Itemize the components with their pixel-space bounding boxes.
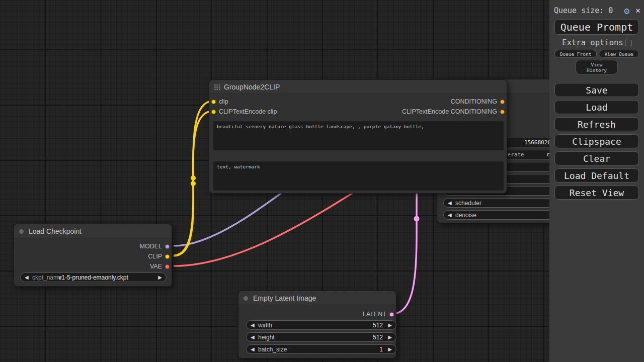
node-title: Empty Latent Image bbox=[253, 294, 316, 302]
ckpt-name-value: v1-5-pruned-emaonly.ckpt bbox=[21, 274, 166, 281]
increment-icon[interactable]: ▶ bbox=[158, 275, 162, 280]
view-queue-button[interactable]: View Queue bbox=[599, 50, 639, 58]
node-title: GroupNode2CLIP bbox=[224, 83, 280, 91]
queue-status-row: Queue size: 0 ⚙ ✕ bbox=[554, 6, 640, 16]
comfy-menu: Queue size: 0 ⚙ ✕ Queue Prompt Extra opt… bbox=[549, 0, 644, 362]
extra-options-label: Extra options bbox=[562, 38, 623, 47]
input-label-clip: clip bbox=[219, 98, 228, 105]
save-button[interactable]: Save bbox=[554, 83, 639, 97]
grip-icon[interactable] bbox=[214, 84, 220, 90]
input-port-cliptextencode-clip[interactable] bbox=[211, 110, 216, 114]
width-label: width bbox=[258, 322, 272, 329]
clear-button[interactable]: Clear bbox=[554, 151, 639, 165]
output-label-latent: LATENT bbox=[363, 311, 386, 318]
node-group-clip[interactable]: GroupNode2CLIP clip CLIPTextEncode clip … bbox=[209, 79, 507, 194]
negative-prompt-textarea[interactable]: text, watermark bbox=[213, 161, 504, 191]
load-button[interactable]: Load bbox=[554, 100, 639, 114]
height-label: height bbox=[258, 334, 275, 341]
node-empty-latent-header[interactable]: Empty Latent Image bbox=[238, 291, 396, 305]
height-widget[interactable]: ◀ height 512 ▶ bbox=[246, 332, 396, 342]
width-value: 512 bbox=[373, 322, 383, 329]
output-label-clip: CLIP bbox=[148, 253, 162, 260]
collapse-dot-icon[interactable] bbox=[244, 296, 248, 301]
batch-size-label: batch_size bbox=[258, 346, 287, 353]
output-port-model[interactable] bbox=[165, 244, 170, 249]
batch-size-value: 1 bbox=[379, 346, 383, 353]
ckpt-name-widget[interactable]: ◀ ckpt_name v1-5-pruned-emaonly.ckpt ▶ bbox=[20, 273, 167, 282]
settings-gear-icon[interactable]: ⚙ bbox=[624, 6, 629, 16]
increment-icon[interactable]: ▶ bbox=[388, 334, 392, 340]
output-port-latent[interactable] bbox=[389, 312, 394, 317]
height-value: 512 bbox=[373, 334, 383, 341]
output-port-conditioning[interactable] bbox=[500, 100, 505, 104]
denoise-label: denoise bbox=[455, 212, 476, 219]
increment-icon[interactable]: ▶ bbox=[388, 346, 392, 352]
decrement-icon[interactable]: ◀ bbox=[251, 334, 255, 340]
increment-icon[interactable]: ▶ bbox=[388, 322, 392, 328]
reset-view-button[interactable]: Reset View bbox=[554, 186, 639, 200]
node-graph-canvas[interactable]: 1566802087 control_after_generate random… bbox=[0, 0, 644, 362]
extra-options-checkbox[interactable] bbox=[625, 40, 631, 46]
node-group-clip-header[interactable]: GroupNode2CLIP bbox=[209, 80, 507, 94]
output-label-cliptextencode-conditioning: CLIPTextEncode CONDITIONING bbox=[402, 108, 497, 115]
extra-options-row: Extra options bbox=[549, 38, 644, 47]
node-load-checkpoint[interactable]: Load Checkpoint MODEL CLIP VAE ◀ ckpt_na… bbox=[14, 224, 172, 287]
queue-size-label: Queue size: 0 bbox=[554, 6, 624, 15]
queue-front-button[interactable]: Queue Front bbox=[554, 50, 597, 58]
decrement-icon[interactable]: ◀ bbox=[448, 200, 452, 206]
load-default-button[interactable]: Load Default bbox=[554, 168, 639, 183]
decrement-icon[interactable]: ◀ bbox=[251, 346, 255, 352]
width-widget[interactable]: ◀ width 512 ▶ bbox=[246, 320, 396, 330]
wire-clip-2-handle[interactable] bbox=[191, 181, 196, 186]
input-label-cliptextencode-clip: CLIPTextEncode clip bbox=[219, 108, 277, 115]
node-empty-latent[interactable]: Empty Latent Image LATENT ◀ width 512 ▶ … bbox=[238, 291, 396, 358]
collapse-dot-icon[interactable] bbox=[19, 229, 24, 234]
close-icon[interactable]: ✕ bbox=[635, 7, 640, 15]
decrement-icon[interactable]: ◀ bbox=[448, 212, 452, 218]
node-load-checkpoint-header[interactable]: Load Checkpoint bbox=[14, 224, 172, 238]
decrement-icon[interactable]: ◀ bbox=[251, 322, 255, 328]
refresh-button[interactable]: Refresh bbox=[554, 117, 639, 131]
output-port-clip[interactable] bbox=[165, 254, 170, 259]
input-port-clip[interactable] bbox=[211, 100, 216, 104]
node-title: Load Checkpoint bbox=[29, 227, 82, 235]
output-label-conditioning: CONDITIONING bbox=[451, 98, 497, 105]
wire-latent-handle[interactable] bbox=[414, 216, 420, 222]
output-port-vae[interactable] bbox=[165, 264, 170, 269]
batch-size-widget[interactable]: ◀ batch_size 1 ▶ bbox=[246, 344, 396, 354]
queue-prompt-button[interactable]: Queue Prompt bbox=[554, 19, 639, 35]
scheduler-label: scheduler bbox=[455, 200, 481, 207]
clipspace-button[interactable]: Clipspace bbox=[554, 134, 639, 148]
output-label-model: MODEL bbox=[140, 243, 162, 250]
wire-clip-1-handle[interactable] bbox=[191, 175, 196, 180]
positive-prompt-textarea[interactable]: beautiful scenery nature glass bottle la… bbox=[213, 121, 504, 150]
view-history-button[interactable]: View History bbox=[576, 60, 618, 74]
output-port-cliptextencode-conditioning[interactable] bbox=[500, 110, 505, 114]
output-label-vae: VAE bbox=[150, 263, 162, 270]
